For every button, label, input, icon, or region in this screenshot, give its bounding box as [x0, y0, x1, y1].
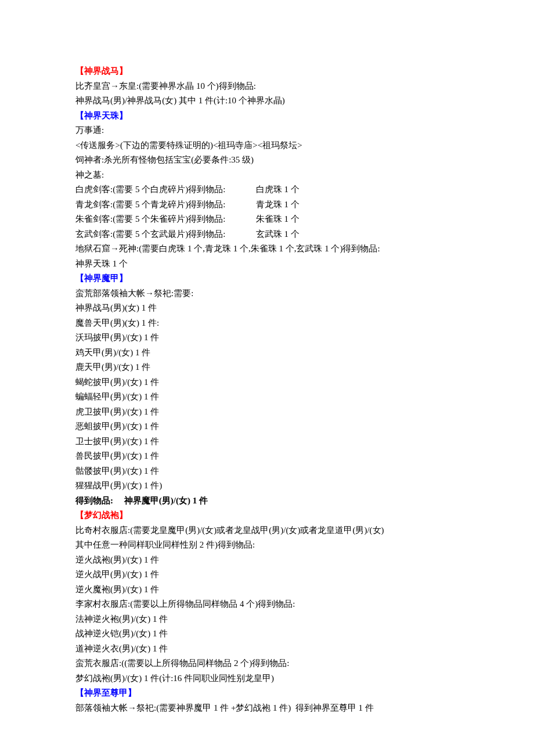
text-line: 卫士披甲(男)/(女) 1 件	[75, 434, 459, 449]
text-line: <传送服务>(下边的需要特殊证明的)<祖玛寺庙><祖玛祭坛>	[75, 138, 459, 153]
document-content: 【神界战马】比齐皇宫→东皇:(需要神界水晶 10 个)得到物品:神界战马(男)/…	[75, 64, 459, 715]
text-line: 蛮荒衣服店:((需要以上所得物品同样物品 2 个)得到物品:	[75, 656, 459, 671]
text-line: 恶蛆披甲(男)/(女) 1 件	[75, 419, 459, 434]
text-line: 其中任意一种同样职业同样性别 2 件)得到物品:	[75, 538, 459, 553]
text-line: 神界战马(男)(女) 1 件	[75, 301, 459, 316]
text-line: 白虎剑客:(需要 5 个白虎碎片)得到物品: 白虎珠 1 个	[75, 182, 459, 197]
text-line: 逆火魔袍(男)/(女) 1 件	[75, 582, 459, 597]
text-line: 李家村衣服店:(需要以上所得物品同样物品 4 个)得到物品:	[75, 597, 459, 612]
text-line: 猩猩战甲(男)/(女) 1 件)	[75, 478, 459, 494]
text-line: 鸡天甲(男)/(女) 1 件	[75, 345, 459, 361]
text-line: 沃玛披甲(男)/(女) 1 件	[75, 330, 459, 345]
text-line: 神之墓:	[75, 168, 459, 183]
text-line: 魔兽天甲(男)(女) 1 件:	[75, 316, 459, 331]
text-line: 神界战马(男)/神界战马(女) 其中 1 件(计:10 个神界水晶)	[75, 93, 459, 109]
text-line: 道神逆火衣(男)/(女) 1 件	[75, 642, 459, 657]
text-line: 玄武剑客:(需要 5 个玄武最片)得到物品: 玄武珠 1 个	[75, 227, 459, 242]
text-line: 【梦幻战袍】	[75, 508, 459, 523]
text-line: 梦幻战袍(男)/(女) 1 件(计:16 件同职业同性别龙皇甲)	[75, 671, 459, 686]
text-line: 蝙蝠轻甲(男)/(女) 1 件	[75, 390, 459, 405]
text-line: 蛮荒部落领袖大帐→祭祀:需要:	[75, 286, 459, 301]
text-line: 朱雀剑客:(需要 5 个朱雀碎片)得到物品: 朱雀珠 1 个	[75, 212, 459, 227]
text-line: 【神界天珠】	[75, 109, 459, 124]
text-line: 部落领袖大帐→祭祀:(需要神界魔甲 1 件 +梦幻战袍 1 件) 得到神界至尊甲…	[75, 701, 459, 716]
text-line: 【神界战马】	[75, 64, 459, 79]
text-line: 法神逆火袍(男)/(女) 1 件	[75, 612, 459, 627]
text-line: 蝎蛇披甲(男)/(女) 1 件	[75, 375, 459, 390]
text-line: 比齐皇宫→东皇:(需要神界水晶 10 个)得到物品:	[75, 79, 459, 94]
text-line: 饲神者:杀光所有怪物包括宝宝(必要条件:35 级)	[75, 153, 459, 168]
text-line: 比奇村衣服店:(需要龙皇魔甲(男)/(女)或者龙皇战甲(男)/(女)或者龙皇道甲…	[75, 523, 459, 538]
text-line: 逆火战甲(男)/(女) 1 件	[75, 567, 459, 582]
text-line: 地狱石窟→死神:(需要白虎珠 1 个,青龙珠 1 个,朱雀珠 1 个,玄武珠 1…	[75, 242, 459, 257]
text-line: 骷髅披甲(男)/(女) 1 件	[75, 464, 459, 479]
text-line: 【神界魔甲】	[75, 271, 459, 286]
text-line: 逆火战袍(男)/(女) 1 件	[75, 553, 459, 568]
text-line: 青龙剑客:(需要 5 个青龙碎片)得到物品: 青龙珠 1 个	[75, 197, 459, 213]
text-line: 万事通:	[75, 123, 459, 138]
text-line: 得到物品: 神界魔甲(男)/(女) 1 件	[75, 494, 459, 509]
text-line: 【神界至尊甲】	[75, 686, 459, 701]
text-line: 神界天珠 1 个	[75, 257, 459, 272]
text-line: 鹿天甲(男)/(女) 1 件	[75, 360, 459, 375]
text-line: 兽民披甲(男)/(女) 1 件	[75, 449, 459, 464]
text-line: 虎卫披甲(男)/(女) 1 件	[75, 405, 459, 420]
text-line: 战神逆火铠(男)/(女) 1 件	[75, 627, 459, 642]
